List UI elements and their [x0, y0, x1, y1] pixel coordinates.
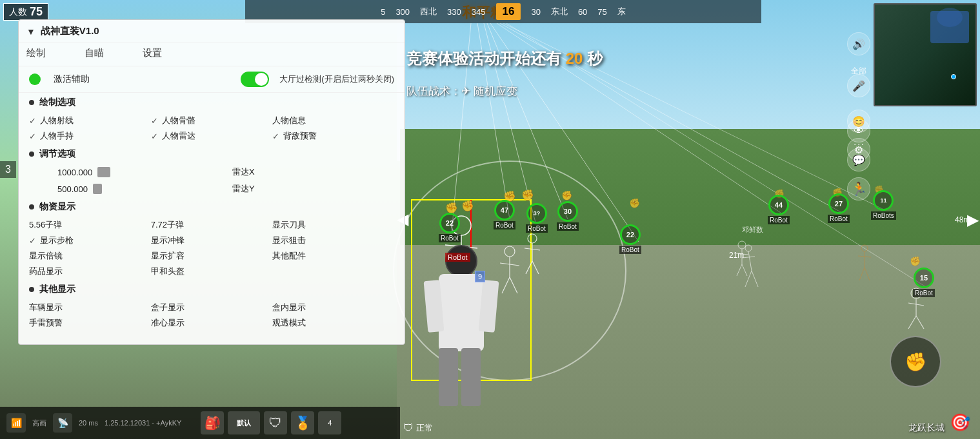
option-box[interactable]: 盒子显示	[151, 302, 273, 313]
sound-icon[interactable]: 🔊	[847, 32, 870, 55]
punch-button[interactable]: ✊	[890, 336, 941, 387]
option-radar[interactable]: ✓ 人物雷达	[151, 130, 273, 142]
option-rifle[interactable]: ✓ 显示步枪	[29, 235, 151, 246]
bot-label-4: RoBot	[557, 222, 579, 231]
right-arrow[interactable]: ▶	[967, 211, 979, 229]
option-scope[interactable]: 显示倍镜	[29, 250, 151, 262]
option-extend-label: 显示扩容	[151, 250, 185, 262]
slider1-value: 1000.000	[57, 168, 92, 177]
bot-health-5: 22	[620, 224, 641, 245]
option-med[interactable]: 药品显示	[29, 266, 151, 277]
option-skeleton[interactable]: ✓ 人物骨骼	[151, 115, 273, 126]
option-held[interactable]: ✓ 人物手持	[29, 130, 151, 142]
bottom-bar: 📶 高画 📡 20 ms 1.25.12.12031 - +AykKY 🎒 默认…	[0, 407, 400, 439]
bot-label-9: RoBot	[913, 289, 935, 297]
check-held: ✓	[29, 132, 36, 141]
tab-aim[interactable]: 自瞄	[85, 47, 104, 62]
sniper-prone-icon[interactable]: 🎯	[950, 413, 970, 433]
backpack-icon[interactable]: 🎒	[201, 411, 224, 434]
slider2-handle[interactable]	[93, 184, 102, 194]
option-ray[interactable]: ✓ 人物射线	[29, 115, 151, 126]
bot-label-6: RoBot	[768, 216, 790, 224]
slider1-container: 1000.000	[57, 167, 219, 177]
option-772[interactable]: 7.72子弹	[151, 219, 273, 231]
compass-center: 16	[496, 3, 521, 20]
option-smg[interactable]: 显示冲锋	[151, 235, 273, 246]
activate-dot	[29, 73, 41, 85]
option-armor[interactable]: 甲和头盔	[151, 266, 273, 277]
option-sniper[interactable]: 显示狙击	[272, 235, 394, 246]
bottom-action-icons: 🎒 默认 🛡 🏅 4	[201, 411, 341, 434]
option-wallhack[interactable]: 观透模式	[272, 317, 394, 329]
option-knife[interactable]: 显示刀具	[272, 219, 394, 231]
option-772-label: 7.72子弹	[151, 219, 184, 231]
option-grenade[interactable]: 手雷预警	[29, 317, 151, 329]
overlay-panel: ▼ 战神直装V1.0 绘制 自瞄 设置 激活辅助 大厅过检测(开启后过两秒关闭)…	[18, 19, 405, 345]
bot-indicator-5: 22 RoBot	[619, 224, 641, 254]
shield-icon[interactable]: 🛡	[264, 411, 287, 434]
option-ray-label: 人物射线	[40, 115, 74, 126]
option-extend[interactable]: 显示扩容	[151, 250, 273, 262]
compass-marker-nw: 西北	[420, 6, 437, 17]
option-vehicle[interactable]: 车辆显示	[29, 302, 151, 313]
tab-draw[interactable]: 绘制	[26, 47, 46, 62]
bot-indicator-2: 47 RoBot	[494, 200, 515, 229]
option-box-inside[interactable]: 盒内显示	[272, 302, 394, 313]
bot-indicator-3: 3? RoBot	[526, 203, 548, 233]
adjust-options-title: 调节选项	[39, 148, 75, 160]
check-ray: ✓	[29, 116, 36, 126]
tab-settings[interactable]: 设置	[143, 47, 162, 62]
quality-icon: 📶	[6, 413, 26, 433]
slider2-container: 500.000	[57, 184, 219, 194]
adjust-dot	[29, 151, 34, 157]
movement-dots: ···	[854, 139, 865, 149]
option-sniper-label: 显示狙击	[272, 235, 306, 246]
check-rifle: ✓	[29, 236, 36, 246]
bot-indicator-9: 15 RoBot	[913, 268, 935, 297]
option-vehicle-label: 车辆显示	[29, 302, 63, 313]
run-icon[interactable]: 🏃	[847, 177, 870, 200]
option-med-label: 药品显示	[29, 266, 63, 277]
mic-icon[interactable]: 🎤	[847, 74, 870, 97]
compass-marker-30: 30	[531, 7, 540, 17]
radary-container: 雷达Y	[232, 183, 394, 195]
option-attachment[interactable]: 其他配件	[272, 250, 394, 262]
option-smg-label: 显示冲锋	[151, 235, 185, 246]
bot-indicator-1: 22 RoBot	[439, 213, 461, 242]
level-indicator: 3	[0, 161, 16, 178]
option-info-label: 人物信息	[272, 115, 306, 126]
option-grenade-label: 手雷预警	[29, 317, 63, 329]
player-count-box: 人数 75	[3, 3, 48, 21]
compass-marker-300: 300	[395, 7, 410, 17]
option-knife-label: 显示刀具	[272, 219, 306, 231]
bot-health-3: 3?	[526, 203, 547, 224]
option-scope-label: 显示倍镜	[29, 250, 63, 262]
punch-icon[interactable]: ✊	[890, 336, 941, 387]
panel-collapse-arrow[interactable]: ▼	[26, 26, 35, 37]
bot-health-9: 15	[914, 268, 934, 288]
option-warning[interactable]: ✓ 背敌预警	[272, 130, 394, 142]
default-action-btn[interactable]: 默认	[228, 411, 260, 434]
player-count-label: 人数	[9, 6, 27, 18]
bot-health-7: 27	[828, 193, 849, 214]
chat-icon[interactable]: 💬	[847, 148, 870, 171]
run-icon-btn[interactable]: 🏃	[847, 177, 870, 200]
status-display: 🛡 正常	[403, 422, 433, 434]
bot-indicator-8: 11 RoBots	[871, 190, 896, 220]
compass-marker-345: 345	[472, 7, 486, 17]
chat-icon-btn[interactable]: 💬	[847, 148, 870, 171]
option-armor-label: 甲和头盔	[151, 266, 185, 277]
option-attachment-label: 其他配件	[272, 250, 306, 262]
option-556-label: 5.56子弹	[29, 219, 62, 231]
draw-options-title: 绘制选项	[39, 97, 75, 108]
option-info[interactable]: 人物信息	[272, 115, 394, 126]
compass-marker-60: 60	[578, 7, 587, 17]
option-556[interactable]: 5.56子弹	[29, 219, 151, 231]
medal-icon[interactable]: 🏅	[291, 411, 314, 434]
draw-options-header: 绘制选项	[19, 93, 405, 112]
slider1-handle[interactable]	[97, 167, 110, 177]
option-rifle-label: 显示步枪	[40, 235, 74, 246]
lobby-toggle[interactable]	[241, 72, 269, 87]
option-crosshair[interactable]: 准心显示	[151, 317, 273, 329]
option-radar-label: 人物雷达	[162, 130, 195, 142]
